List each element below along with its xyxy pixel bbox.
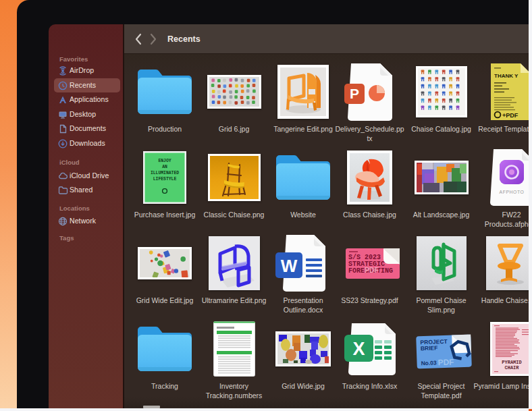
svg-text:No.03: No.03 <box>421 359 437 366</box>
svg-text:BRIEF: BRIEF <box>420 344 437 352</box>
svg-text:ENJOY: ENJOY <box>158 159 171 163</box>
svg-text:AFPHOTO: AFPHOTO <box>499 190 524 194</box>
svg-text:+PDF: +PDF <box>502 112 518 119</box>
svg-text:PYRAMID: PYRAMID <box>502 360 521 365</box>
svg-text:X: X <box>352 339 365 359</box>
svg-text:LIFESTYLE: LIFESTYLE <box>153 177 177 182</box>
svg-text:THANK Y: THANK Y <box>494 73 518 79</box>
svg-text:ILLUMINATED: ILLUMINATED <box>151 171 179 175</box>
svg-text:CHAIR: CHAIR <box>504 365 519 371</box>
svg-text:PDF: PDF <box>365 266 379 274</box>
svg-text:P: P <box>349 86 358 101</box>
svg-text:PDF: PDF <box>437 357 454 367</box>
svg-text:AN: AN <box>162 165 167 169</box>
svg-text:W: W <box>280 256 297 276</box>
